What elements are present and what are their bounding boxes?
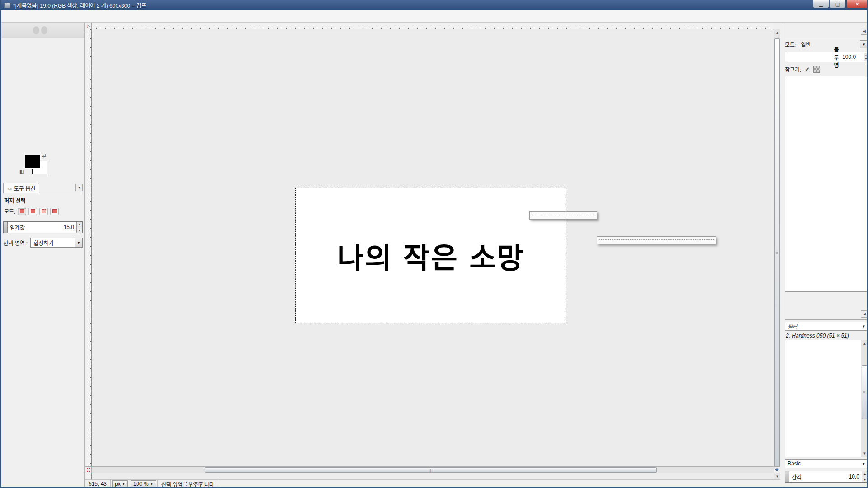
canvas[interactable]: 나의 작은 소망 [295,188,566,323]
right-dock: ◄ 모드: 일반 ▼ 불투명 100.0 ▲▼ 잠그기: ✐ ◄ [783,23,868,488]
chevron-down-icon[interactable]: ▼ [860,460,868,468]
scroll-down-icon[interactable]: ▼ [861,450,868,457]
window-title: *[제목없음]-19.0 (RGB 색상, 레이어 2 개) 600x300 –… [13,1,146,9]
lock-alpha-icon[interactable] [813,66,820,73]
mode-intersect-button[interactable] [50,208,59,215]
horizontal-ruler[interactable] [92,23,774,29]
context-menu [529,211,597,220]
layer-mode-label: 모드: [785,41,796,48]
horizontal-scroll-thumb[interactable]: ||| [205,467,657,473]
brush-list-dropdown[interactable]: Basic. ▼ [785,459,868,468]
tool-options-tab-label: 도구 옵션 [14,184,36,192]
tool-options-dock: ⚍ 도구 옵션 ◄ 퍼지 선택 모드: 임계값 15.0 ▲▼ 선 [3,182,83,248]
minimize-button[interactable]: ▁ [813,0,829,8]
spacing-label: 간격 [792,473,802,481]
select-submenu [597,236,716,244]
brush-scroll-thumb[interactable]: ≡ [862,365,867,419]
unit-dropdown[interactable]: px▼ [112,480,128,488]
mode-replace-button[interactable] [18,208,26,215]
brush-filter-input[interactable]: 필터 ▼ [785,322,868,331]
active-tool-name: 퍼지 선택 [3,193,83,206]
threshold-slider-handle[interactable] [4,222,8,233]
ruler-corner-menu-button[interactable]: ▷ [85,23,92,29]
zoom-dropdown[interactable]: 100 %▼ [131,480,156,488]
navigation-button[interactable]: ✥ [774,466,780,473]
opacity-spinner[interactable]: ▲▼ [864,53,868,61]
select-area-dropdown[interactable]: 합성하기 ▼ [30,238,83,248]
vertical-scroll-thumb[interactable]: ≡ [774,38,780,468]
brush-list-name: Basic. [788,460,802,467]
default-colors-icon[interactable]: ◧ [19,169,24,174]
wilber-drop-area[interactable] [1,23,84,38]
opacity-slider[interactable]: 불투명 100.0 ▲▼ [785,52,868,62]
quick-mask-toggle[interactable] [85,466,92,473]
status-bar: 515, 43 px▼ 100 %▼ 선택 영역을 반전합니다 [85,479,780,488]
select-area-label: 선택 영역 : [3,239,28,247]
toolbox-dock: ⇄ ◧ ⚍ 도구 옵션 ◄ 퍼지 선택 모드: [1,23,85,488]
brush-scrollbar[interactable]: ▲ ≡ ▼ [861,340,868,457]
brushes-dock: ◄ 필터 ▼ 2. Hardness 050 (51 × 51) ▲ ≡ ▼ B… [785,306,868,488]
layer-mode-value: 일반 [801,41,811,48]
title-bar[interactable]: *[제목없음]-19.0 (RGB 색상, 레이어 2 개) 600x300 –… [1,0,868,10]
close-button[interactable]: ✕ [846,0,868,8]
lock-paint-icon[interactable]: ✐ [805,66,809,73]
spacing-slider[interactable]: 간격 10.0 ▲▼ [785,471,868,483]
tool-options-icon: ⚍ [7,185,12,192]
chevron-down-icon[interactable]: ▼ [860,322,868,330]
threshold-label: 임계값 [10,224,25,231]
brushes-dock-menu-button[interactable]: ◄ [861,310,868,318]
chevron-down-icon[interactable]: ▼ [860,40,868,48]
color-area[interactable]: ⇄ ◧ [22,153,54,179]
status-message: 선택 영역을 반전합니다 [157,480,218,488]
mode-add-button[interactable] [28,208,37,215]
threshold-value: 15.0 [64,224,74,230]
lock-label: 잠그기: [785,66,801,73]
maximize-button[interactable]: ▢ [830,0,846,8]
opacity-value: 100.0 [842,54,856,60]
dock-menu-button[interactable]: ◄ [75,184,83,191]
foreground-color-swatch[interactable] [25,155,40,168]
spacing-value: 10.0 [849,474,859,480]
select-mode-row: 모드: [3,206,83,218]
image-window: ▷ 나의 작은 소망 ▲ ≡ ▼ ||| ✥ 515, 43 px▼ 100 %… [85,23,780,488]
select-area-value: 합성하기 [33,239,53,247]
selected-brush-name: 2. Hardness 050 (51 × 51) [785,331,868,340]
threshold-slider[interactable]: 임계값 15.0 ▲▼ [3,221,83,233]
canvas-viewport[interactable]: 나의 작은 소망 [92,29,774,480]
scroll-up-icon[interactable]: ▲ [861,340,868,347]
opacity-label: 불투명 [834,46,842,69]
swap-colors-icon[interactable]: ⇄ [42,153,46,159]
mode-subtract-button[interactable] [39,208,48,215]
brush-grid-area: ▲ ≡ ▼ [785,340,868,457]
layer-list [785,76,868,292]
chevron-down-icon: ▼ [75,238,82,247]
tab-tool-options[interactable]: ⚍ 도구 옵션 [3,183,39,193]
menu-bar [1,10,868,23]
vertical-scrollbar[interactable]: ▲ ≡ ▼ [774,29,780,480]
scroll-up-icon[interactable]: ▲ [774,29,781,36]
app-icon [4,3,10,8]
gimp-window: *[제목없음]-19.0 (RGB 색상, 레이어 2 개) 600x300 –… [0,0,868,488]
layer-mode-dropdown[interactable]: 일반 [799,40,857,49]
mode-label: 모드: [4,207,15,215]
tearoff-line[interactable] [599,239,714,243]
scroll-down-icon[interactable]: ▼ [774,473,781,480]
spacing-slider-handle[interactable] [785,471,789,482]
pointer-position: 515, 43 [85,480,111,488]
horizontal-scrollbar[interactable]: ||| [92,466,774,473]
tool-options-buttons [5,478,81,487]
spacing-spinner[interactable]: ▲▼ [862,471,868,482]
tearoff-line[interactable] [531,215,595,218]
brush-buttons [785,484,861,488]
canvas-text: 나의 작은 소망 [337,235,524,276]
threshold-spinner[interactable]: ▲▼ [76,222,82,233]
layers-dock-menu-button[interactable]: ◄ [861,28,868,35]
layer-buttons [785,294,868,304]
tool-grid [1,38,84,40]
vertical-ruler[interactable] [85,29,92,480]
